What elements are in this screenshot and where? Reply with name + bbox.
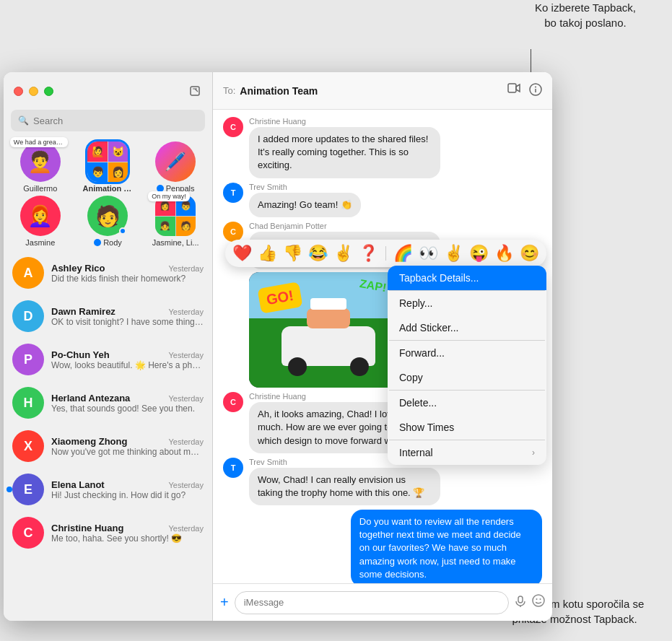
- pochun-avatar: P: [12, 344, 44, 375]
- jasmine-li-label: Jasmine, Li...: [152, 238, 199, 247]
- elena-avatar: E: [12, 474, 44, 505]
- msg2-content: Trev Smith Amazing! Go team! 👏: [249, 183, 361, 217]
- msg1-bubble: I added more updates to the shared files…: [249, 127, 440, 178]
- ctx-add-sticker[interactable]: Add Sticker...: [388, 315, 546, 340]
- conv-item-xiaomeng[interactable]: X Xiaomeng Zhong Yesterday Now you've go…: [4, 424, 212, 468]
- tapback-fire[interactable]: 🔥: [494, 244, 514, 263]
- annotation-top: Ko izberete Tapback, bo takoj poslano.: [506, 0, 665, 30]
- dawn-preview: OK to visit tonight? I have some things …: [51, 317, 204, 327]
- xiaomeng-avatar: X: [12, 430, 44, 462]
- ctx-forward-label: Forward...: [399, 347, 445, 359]
- pochun-time: Yesterday: [168, 351, 204, 359]
- ashley-avatar: A: [12, 257, 44, 289]
- svg-rect-0: [191, 87, 199, 95]
- msg6-bubble: Do you want to review all the renders to…: [351, 510, 542, 583]
- voice-input-button[interactable]: [515, 596, 526, 610]
- message-input[interactable]: [235, 591, 509, 614]
- ctx-forward[interactable]: Forward...: [388, 341, 546, 365]
- ctx-tapback-details-label: Tapback Details...: [399, 272, 479, 284]
- svg-rect-3: [508, 84, 516, 92]
- chat-to-label: To:: [223, 85, 235, 96]
- msg3-avatar: C: [223, 222, 243, 242]
- app-window: 🔍 🧑‍🦱 We had a great time. Home with... …: [4, 72, 552, 621]
- ctx-internal-chevron: ›: [532, 448, 535, 458]
- video-call-icon[interactable]: [507, 83, 520, 99]
- ctx-show-times[interactable]: Show Times: [388, 415, 546, 440]
- pinned-item-jasmine[interactable]: 👩‍🦰 Jasmine: [12, 196, 69, 247]
- msg2-sender: Trev Smith: [249, 183, 361, 191]
- elena-info: Elena Lanot Yesterday Hi! Just checking …: [51, 479, 204, 500]
- msg5-bubble: Wow, Chad! I can really envision us taki…: [249, 468, 440, 505]
- ctx-reply[interactable]: Reply...: [388, 291, 546, 315]
- pinned-row-2: 👩‍🦰 Jasmine 🧑 Rody: [9, 196, 206, 247]
- tapback-exclaim[interactable]: ✌️: [333, 244, 353, 263]
- msg-row-6: Do you want to review all the renders to…: [223, 510, 542, 583]
- tapback-wink[interactable]: 😜: [469, 244, 489, 263]
- tapback-peace[interactable]: ✌️: [444, 244, 463, 263]
- herland-name: Herland Antezana: [51, 393, 130, 404]
- minimize-button[interactable]: [29, 87, 38, 96]
- christine-avatar: C: [12, 517, 44, 549]
- pochun-info: Po-Chun Yeh Yesterday Wow, looks beautif…: [51, 349, 204, 370]
- pochun-name: Po-Chun Yeh: [51, 349, 110, 360]
- tapback-question[interactable]: ❓: [359, 244, 378, 263]
- conv-item-dawn[interactable]: D Dawn Ramirez Yesterday OK to visit ton…: [4, 295, 212, 338]
- tapback-divider: [385, 246, 386, 261]
- sushi-car-image: GO! ZAP! 5: [249, 272, 408, 388]
- pinned-item-guillermo[interactable]: 🧑‍🦱 We had a great time. Home with... Gu…: [12, 141, 69, 193]
- ctx-internal-label: Internal: [399, 447, 433, 458]
- pinned-item-rody[interactable]: 🧑 Rody: [79, 196, 136, 247]
- ctx-tapback-details[interactable]: Tapback Details...: [388, 266, 546, 290]
- pinned-item-penpals[interactable]: 🖊️ Penpals: [147, 141, 204, 193]
- search-input[interactable]: [33, 115, 198, 126]
- tapback-thumbup[interactable]: 👍: [258, 244, 277, 263]
- svg-point-9: [533, 595, 544, 606]
- xiaomeng-time: Yesterday: [168, 437, 204, 446]
- tapback-heart[interactable]: ❤️: [232, 244, 252, 263]
- tapback-smile[interactable]: 😊: [520, 244, 539, 263]
- search-bar[interactable]: 🔍: [11, 110, 205, 131]
- guillermo-label: Guillermo: [23, 184, 57, 193]
- ashley-name: Ashley Rico: [51, 263, 105, 274]
- info-icon[interactable]: [529, 83, 542, 99]
- rody-unread-dot: [119, 227, 126, 235]
- msg4-avatar: C: [223, 392, 243, 412]
- tapback-rainbow[interactable]: 🌈: [393, 244, 413, 263]
- herland-avatar: H: [12, 387, 44, 419]
- jasmine-label: Jasmine: [25, 238, 55, 247]
- sidebar: 🔍 🧑‍🦱 We had a great time. Home with... …: [4, 72, 213, 621]
- close-button[interactable]: [14, 87, 23, 96]
- conv-item-elena[interactable]: E Elena Lanot Yesterday Hi! Just checkin…: [4, 468, 212, 511]
- xiaomeng-name: Xiaomeng Zhong: [51, 436, 127, 447]
- christine-time: Yesterday: [168, 524, 204, 533]
- chat-title-icons: [507, 83, 542, 99]
- msg-row-2: T Trev Smith Amazing! Go team! 👏: [223, 183, 542, 217]
- pinned-item-animation-team[interactable]: 🙋 😺 👦 👩 Animation Team: [79, 141, 136, 193]
- emoji-picker-button[interactable]: [532, 594, 545, 611]
- xiaomeng-info: Xiaomeng Zhong Yesterday Now you've got …: [51, 436, 204, 457]
- compose-button[interactable]: [188, 84, 202, 98]
- christine-preview: Me too, haha. See you shortly! 😎: [51, 533, 204, 544]
- chat-titlebar: To: Animation Team: [213, 72, 552, 110]
- tapback-bar: ❤️ 👍 👎 😂 ✌️ ❓ 🌈 👀 ✌️ 😜 🔥 😊: [225, 240, 546, 267]
- conv-item-herland[interactable]: H Herland Antezana Yesterday Yes, that s…: [4, 381, 212, 424]
- tapback-haha[interactable]: 😂: [308, 244, 328, 263]
- msg2-bubble: Amazing! Go team! 👏: [249, 193, 361, 217]
- ctx-copy[interactable]: Copy: [388, 365, 546, 390]
- ctx-delete[interactable]: Delete...: [388, 391, 546, 415]
- msg-row-1: C Christine Huang I added more updates t…: [223, 117, 542, 178]
- tapback-thumbdown[interactable]: 👎: [283, 244, 302, 263]
- add-attachment-button[interactable]: +: [220, 594, 229, 611]
- sidebar-titlebar: [4, 72, 212, 110]
- tapback-eyes[interactable]: 👀: [419, 244, 438, 263]
- msg1-sender: Christine Huang: [249, 117, 440, 126]
- fullscreen-button[interactable]: [44, 87, 53, 96]
- conv-item-pochun[interactable]: P Po-Chun Yeh Yesterday Wow, looks beaut…: [4, 338, 212, 381]
- conv-item-christine[interactable]: C Christine Huang Yesterday Me too, haha…: [4, 511, 212, 554]
- ctx-internal[interactable]: Internal ›: [388, 440, 546, 465]
- ashley-preview: Did the kids finish their homework?: [51, 274, 204, 284]
- dawn-avatar: D: [12, 300, 44, 332]
- pinned-item-jasmine-li[interactable]: 👩 👦 👧 🧑 On my way! Jasmine, Li...: [147, 196, 204, 247]
- conv-item-ashley[interactable]: A Ashley Rico Yesterday Did the kids fin…: [4, 251, 212, 295]
- msg2-avatar: T: [223, 183, 243, 203]
